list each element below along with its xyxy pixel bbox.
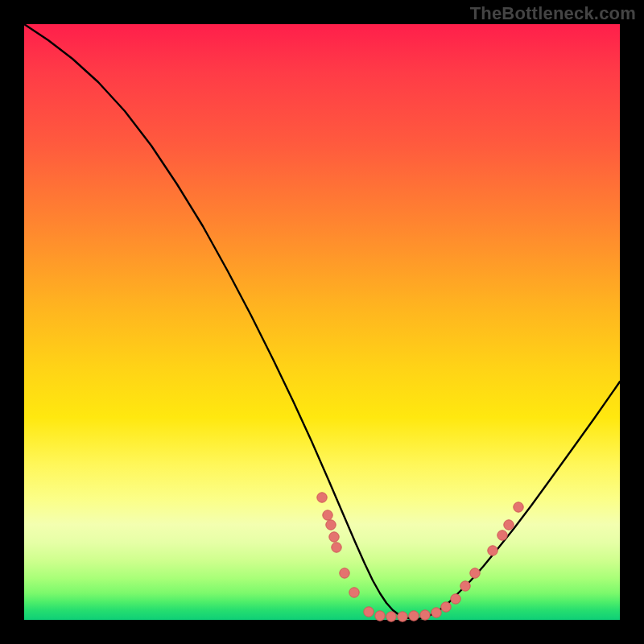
bottleneck-curve <box>24 24 620 619</box>
chart-frame: TheBottleneck.com <box>0 0 644 644</box>
data-point <box>460 581 470 591</box>
data-point <box>398 612 407 621</box>
data-point <box>323 510 332 520</box>
data-point <box>375 611 385 621</box>
data-point <box>431 608 441 617</box>
data-point <box>386 612 396 621</box>
data-point <box>451 594 460 604</box>
chart-svg <box>24 24 620 620</box>
data-point <box>317 493 327 502</box>
data-point <box>329 532 339 542</box>
data-point <box>441 602 451 612</box>
data-point <box>420 610 430 620</box>
data-point <box>470 568 480 578</box>
data-point <box>332 543 341 552</box>
watermark-text: TheBottleneck.com <box>470 3 636 24</box>
data-point <box>497 530 507 540</box>
data-point <box>504 520 514 530</box>
data-points-group <box>317 493 523 621</box>
data-point <box>340 568 349 578</box>
data-point <box>488 546 497 555</box>
data-point <box>364 607 374 617</box>
data-point <box>326 520 336 530</box>
data-point <box>409 611 419 621</box>
data-point <box>514 502 523 512</box>
plot-area <box>24 24 620 620</box>
data-point <box>349 588 359 597</box>
